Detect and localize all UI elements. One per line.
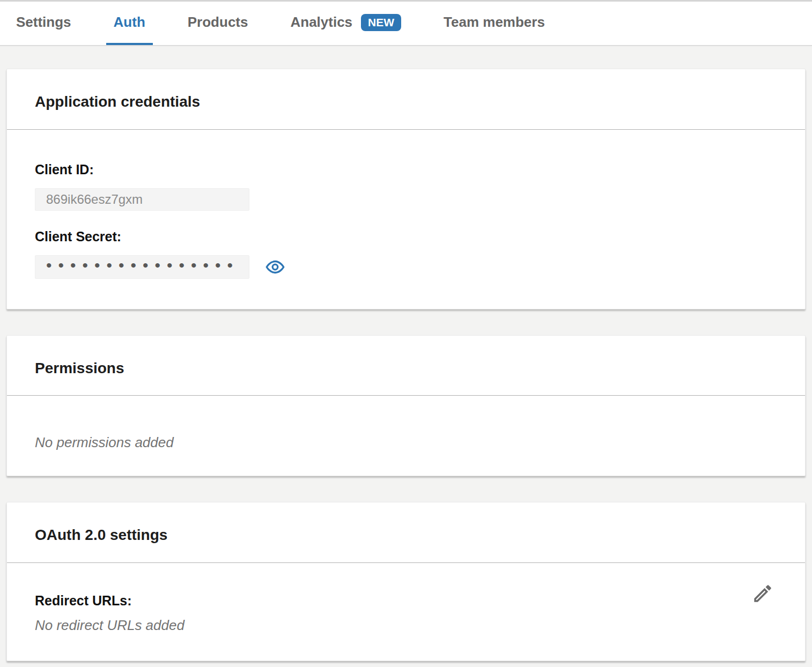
- permissions-header: Permissions: [7, 336, 805, 396]
- edit-redirect-urls-button[interactable]: [751, 582, 774, 605]
- redirect-urls-empty-text: No redirect URLs added: [35, 617, 777, 634]
- permissions-body: No permissions added: [7, 396, 805, 476]
- tab-auth-label: Auth: [114, 14, 145, 31]
- oauth-settings-card: OAuth 2.0 settings Redirect URLs: No red…: [6, 502, 806, 661]
- tab-auth[interactable]: Auth: [106, 2, 153, 45]
- oauth-settings-title: OAuth 2.0 settings: [35, 526, 777, 544]
- tab-settings[interactable]: Settings: [9, 2, 79, 45]
- application-credentials-header: Application credentials: [7, 69, 805, 130]
- application-credentials-title: Application credentials: [35, 93, 777, 111]
- client-secret-field[interactable]: ••••••••••••••••: [35, 255, 249, 279]
- redirect-urls-label: Redirect URLs:: [35, 593, 777, 609]
- reveal-secret-button[interactable]: [265, 257, 285, 277]
- application-credentials-card: Application credentials Client ID: 869ik…: [6, 69, 806, 309]
- permissions-card: Permissions No permissions added: [6, 335, 806, 477]
- client-secret-masked-value: ••••••••••••••••: [46, 257, 239, 273]
- auth-settings-page: Settings Auth Products Analytics NEW Tea…: [0, 2, 812, 661]
- oauth-settings-body: Redirect URLs: No redirect URLs added: [7, 563, 805, 661]
- permissions-empty-text: No permissions added: [35, 434, 777, 451]
- tab-bar: Settings Auth Products Analytics NEW Tea…: [0, 2, 812, 46]
- client-id-value: 869ik66esz7gxm: [46, 192, 143, 207]
- permissions-title: Permissions: [35, 359, 777, 377]
- oauth-settings-header: OAuth 2.0 settings: [7, 502, 805, 563]
- client-secret-label: Client Secret:: [35, 229, 777, 244]
- eye-icon: [265, 257, 285, 277]
- client-id-field[interactable]: 869ik66esz7gxm: [35, 188, 249, 211]
- main-content: Application credentials Client ID: 869ik…: [0, 46, 812, 661]
- tab-team-members[interactable]: Team members: [436, 2, 552, 45]
- tab-products[interactable]: Products: [180, 2, 256, 45]
- pencil-icon: [751, 582, 774, 605]
- tab-analytics-label: Analytics: [290, 14, 352, 31]
- client-id-label: Client ID:: [35, 162, 777, 177]
- tab-team-members-label: Team members: [444, 14, 545, 31]
- client-secret-row: ••••••••••••••••: [35, 255, 777, 279]
- tab-analytics[interactable]: Analytics NEW: [283, 2, 409, 45]
- tab-products-label: Products: [188, 14, 248, 31]
- spacer: [35, 211, 777, 229]
- application-credentials-body: Client ID: 869ik66esz7gxm Client Secret:…: [7, 130, 805, 309]
- new-badge: NEW: [361, 14, 401, 31]
- tab-settings-label: Settings: [16, 14, 71, 31]
